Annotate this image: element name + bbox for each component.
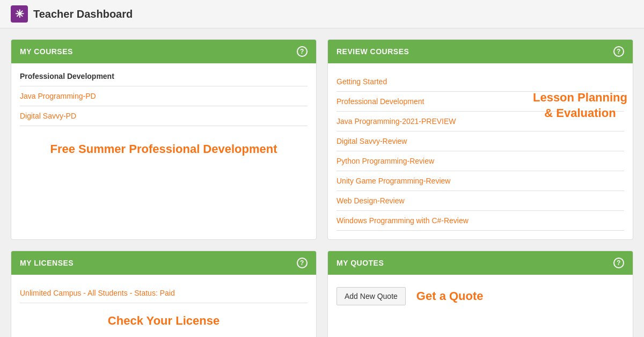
get-a-quote-text: Get a Quote [416,289,484,303]
windows-programming-review-link[interactable]: Windows Programming with C#-Review [336,211,624,231]
review-courses-card: REVIEW COURSES ? Getting Started Profess… [327,39,633,240]
java-programming-pd-link[interactable]: Java Programming-PD [20,86,308,106]
my-courses-card: MY COURSES ? Professional Development Ja… [11,39,317,240]
my-courses-header: MY COURSES ? [11,40,316,63]
my-quotes-title: MY QUOTES [336,259,384,267]
my-courses-body: Professional Development Java Programmin… [11,63,316,181]
my-licenses-help-icon[interactable]: ? [297,258,308,268]
app-logo-icon: ✳ [11,5,28,23]
java-programming-2021-preview-link[interactable]: Java Programming-2021-PREVIEW [336,112,624,131]
page-title: Teacher Dashboard [33,8,133,20]
my-licenses-title: MY LICENSES [20,259,74,267]
my-quotes-card: MY QUOTES ? Add New Quote Get a Quote [327,251,633,337]
add-new-quote-button[interactable]: Add New Quote [336,287,406,305]
web-design-review-link[interactable]: Web Design-Review [336,191,624,211]
digital-savvy-review-link[interactable]: Digital Savvy-Review [336,131,624,151]
professional-development-review-link[interactable]: Professional Development [336,92,624,112]
getting-started-link[interactable]: Getting Started [336,72,624,92]
my-quotes-header: MY QUOTES ? [328,251,633,275]
main-content: MY COURSES ? Professional Development Ja… [0,28,644,337]
unlimited-campus-license-link[interactable]: Unlimited Campus - All Students - Status… [20,283,308,303]
review-courses-title: REVIEW COURSES [336,47,409,56]
my-courses-help-icon[interactable]: ? [297,46,308,57]
professional-development-label: Professional Development [20,72,308,86]
review-courses-body: Getting Started Professional Development… [328,63,633,239]
my-licenses-header: MY LICENSES ? [11,251,316,275]
review-courses-header: REVIEW COURSES ? [328,40,633,63]
review-courses-help-icon[interactable]: ? [613,46,624,57]
app-header: ✳ Teacher Dashboard [0,0,644,28]
unity-game-programming-review-link[interactable]: Unity Game Programming-Review [336,171,624,191]
digital-savvy-pd-link[interactable]: Digital Savvy-PD [20,106,308,126]
my-quotes-body: Add New Quote Get a Quote [328,275,633,318]
my-licenses-body: Unlimited Campus - All Students - Status… [11,275,316,337]
my-quotes-help-icon[interactable]: ? [613,258,624,268]
my-licenses-card: MY LICENSES ? Unlimited Campus - All Stu… [11,251,317,337]
free-summer-promo-text[interactable]: Free Summer Professional Development [20,126,308,172]
python-programming-review-link[interactable]: Python Programming-Review [336,151,624,171]
my-courses-title: MY COURSES [20,47,73,56]
check-license-text[interactable]: Check Your License [20,303,308,337]
